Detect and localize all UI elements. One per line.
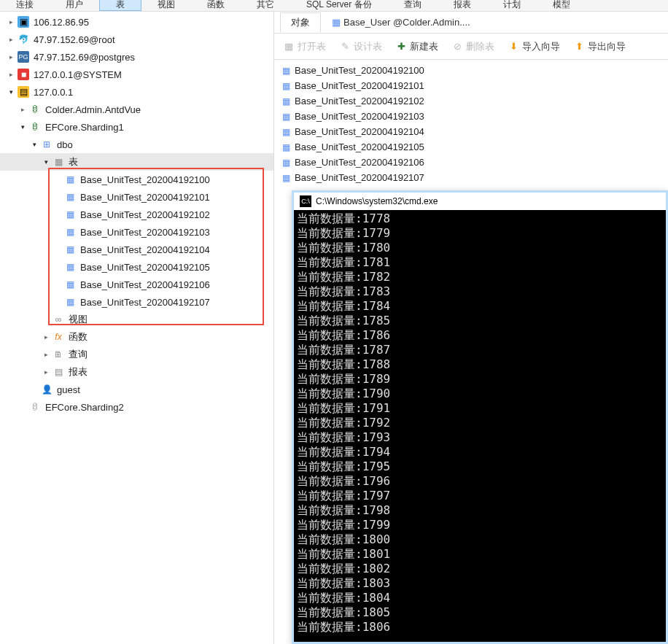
expander-icon[interactable] <box>29 139 39 150</box>
tree-node-label: 47.97.152.69@root <box>34 34 115 45</box>
expander-icon[interactable] <box>6 87 16 97</box>
menu-item[interactable]: 用户 <box>50 0 99 11</box>
tree-node[interactable]: PG47.97.152.69@postgres <box>0 48 273 66</box>
menubar: 连接用户表视图函数其它SQL Server 备份查询报表计划模型 <box>0 0 668 12</box>
expander-icon <box>29 384 39 395</box>
tree-node[interactable]: ▦Base_UnitTest_202004192104 <box>0 241 273 258</box>
table-name: Base_UnitTest_202004192103 <box>295 111 424 122</box>
expander-icon <box>41 332 51 342</box>
table-icon: ▦ <box>64 279 76 290</box>
tree-node[interactable]: fx函数 <box>0 328 273 346</box>
design-table-button[interactable]: ✎ 设计表 <box>336 39 385 55</box>
import-wizard-button[interactable]: ⬇ 导入向导 <box>505 39 563 55</box>
tree-node[interactable]: ▦Base_UnitTest_202004192100 <box>0 171 273 188</box>
delete-table-button[interactable]: ⊘ 删除表 <box>448 39 497 55</box>
console-body: 当前数据量:1778当前数据量:1779当前数据量:1780当前数据量:1781… <box>294 210 666 642</box>
console-titlebar[interactable]: C:\ C:\Windows\system32\cmd.exe <box>294 193 666 210</box>
console-line: 当前数据量:1797 <box>297 489 663 503</box>
tree-node[interactable]: 🛢EFCore.Sharding2 <box>0 398 273 416</box>
table-row[interactable]: ▦Base_UnitTest_202004192100 <box>280 63 662 78</box>
tree-node-label: 106.12.86.95 <box>34 17 89 28</box>
expander-icon <box>53 262 63 272</box>
console-line: 当前数据量:1796 <box>297 474 663 489</box>
tree-node[interactable]: ▦表 <box>0 153 273 171</box>
tab-label: Base_User @Colder.Admin.... <box>343 17 470 28</box>
tree-node-label: Base_UnitTest_202004192104 <box>80 244 210 255</box>
tree-node[interactable]: 👤guest <box>0 381 273 398</box>
fx-icon: fx <box>53 331 64 343</box>
tab[interactable]: ▦Base_User @Colder.Admin.... <box>321 13 481 31</box>
tree-node[interactable]: ▦Base_UnitTest_202004192105 <box>0 258 273 276</box>
tree-node[interactable]: ∞视图 <box>0 311 273 328</box>
expander-icon <box>41 349 51 360</box>
menu-item[interactable]: 模型 <box>537 0 586 11</box>
console-line: 当前数据量:1788 <box>297 357 663 372</box>
table-row[interactable]: ▦Base_UnitTest_202004192105 <box>280 139 662 155</box>
tab-label: 对象 <box>291 17 310 28</box>
table-row[interactable]: ▦Base_UnitTest_202004192102 <box>280 93 662 109</box>
tree-node-label: EFCore.Sharding1 <box>45 122 124 133</box>
table-icon: ▦ <box>280 157 292 168</box>
views-icon: ∞ <box>53 314 64 325</box>
tree-node-label: Base_UnitTest_202004192100 <box>80 174 210 185</box>
tree-node[interactable]: 🛢Colder.Admin.AntdVue <box>0 101 273 118</box>
table-row[interactable]: ▦Base_UnitTest_202004192104 <box>280 124 662 139</box>
tree-node[interactable]: 🐬47.97.152.69@root <box>0 31 273 48</box>
table-icon: ▦ <box>280 65 292 77</box>
tree-node[interactable]: ⊞dbo <box>0 136 273 153</box>
toolbar: ▦ 打开表 ✎ 设计表 ✚ 新建表 ⊘ 删除表 ⬇ 导入向导 ⬆ 导出向导 <box>274 34 668 60</box>
table-list[interactable]: ▦Base_UnitTest_202004192100▦Base_UnitTes… <box>274 60 668 188</box>
table-icon: ▦ <box>64 191 76 203</box>
expander-icon[interactable] <box>18 122 28 132</box>
menu-item[interactable]: 表 <box>99 0 141 11</box>
table-row[interactable]: ▦Base_UnitTest_202004192107 <box>280 170 662 185</box>
menu-item[interactable]: 查询 <box>388 0 438 11</box>
tree-node[interactable]: ▦Base_UnitTest_202004192103 <box>0 223 273 241</box>
table-row[interactable]: ▦Base_UnitTest_202004192101 <box>280 78 662 93</box>
tree-node[interactable]: ▦Base_UnitTest_202004192107 <box>0 293 273 311</box>
menu-item[interactable]: 视图 <box>141 0 191 11</box>
expander-icon <box>41 367 51 377</box>
tree-node[interactable]: ▦Base_UnitTest_202004192106 <box>0 276 273 293</box>
console-line: 当前数据量:1779 <box>297 226 663 241</box>
table-row[interactable]: ▦Base_UnitTest_202004192106 <box>280 155 662 170</box>
console-window[interactable]: C:\ C:\Windows\system32\cmd.exe 当前数据量:17… <box>292 190 668 644</box>
tree-node-label: 47.97.152.69@postgres <box>34 52 135 63</box>
report-icon: ▤ <box>53 366 64 378</box>
delete-table-label: 删除表 <box>466 40 494 53</box>
console-line: 当前数据量:1781 <box>297 255 663 270</box>
table-icon: ▦ <box>280 126 292 138</box>
tree-node[interactable]: ▤127.0.0.1 <box>0 83 273 101</box>
tree-node-label: 127.0.0.1@SYSTEM <box>34 69 122 80</box>
tree-node[interactable]: ▤报表 <box>0 363 273 381</box>
console-line: 当前数据量:1780 <box>297 241 663 255</box>
tree-node-label: Base_UnitTest_202004192105 <box>80 262 210 273</box>
tree-node-label: dbo <box>57 139 73 150</box>
oracle-icon: ◼ <box>18 69 29 80</box>
tree-node[interactable]: ▣106.12.86.95 <box>0 13 273 31</box>
table-icon: ▦ <box>280 96 292 107</box>
table-name: Base_UnitTest_202004192106 <box>295 157 424 168</box>
tree-node[interactable]: 🛢EFCore.Sharding1 <box>0 118 273 136</box>
menu-item[interactable]: 其它 <box>241 0 290 11</box>
export-wizard-button[interactable]: ⬆ 导出向导 <box>570 39 629 55</box>
menu-item[interactable]: 连接 <box>0 0 50 11</box>
tree-node[interactable]: 🗎查询 <box>0 346 273 363</box>
open-table-button[interactable]: ▦ 打开表 <box>280 39 329 55</box>
menu-item[interactable]: 计划 <box>487 0 537 11</box>
design-table-icon: ✎ <box>339 41 351 53</box>
tree-node[interactable]: ▦Base_UnitTest_202004192101 <box>0 188 273 206</box>
table-name: Base_UnitTest_202004192101 <box>295 80 424 91</box>
tree-panel[interactable]: ▣106.12.86.95🐬47.97.152.69@rootPG47.97.1… <box>0 12 274 644</box>
menu-item[interactable]: SQL Server 备份 <box>290 0 388 11</box>
tree-node[interactable]: ▦Base_UnitTest_202004192102 <box>0 206 273 223</box>
expander-icon[interactable] <box>41 157 51 167</box>
new-table-button[interactable]: ✚ 新建表 <box>392 39 441 55</box>
console-line: 当前数据量:1795 <box>297 459 663 474</box>
table-row[interactable]: ▦Base_UnitTest_202004192103 <box>280 109 662 124</box>
tree-node[interactable]: ◼127.0.0.1@SYSTEM <box>0 66 273 83</box>
menu-item[interactable]: 报表 <box>438 0 487 11</box>
console-line: 当前数据量:1791 <box>297 401 663 416</box>
tab[interactable]: 对象 <box>280 12 321 33</box>
menu-item[interactable]: 函数 <box>191 0 241 11</box>
